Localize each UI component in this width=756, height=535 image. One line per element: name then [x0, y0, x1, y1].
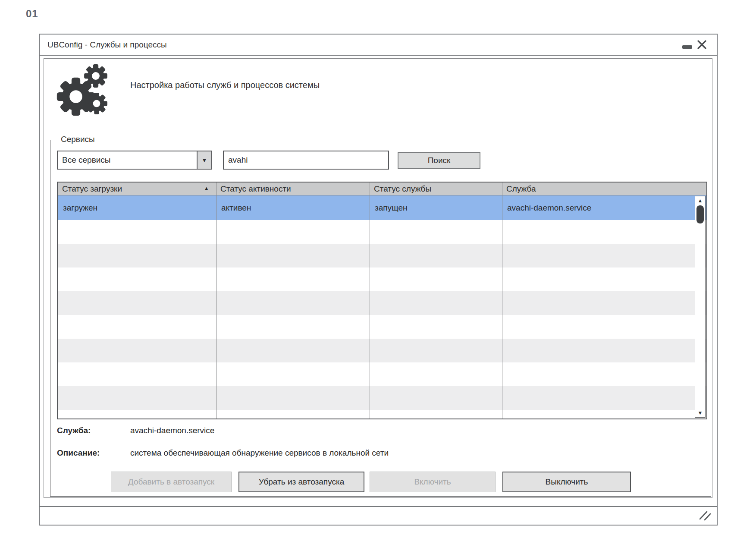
- page-number-label: 01: [26, 8, 38, 20]
- scroll-down-icon: ▼: [698, 410, 703, 416]
- empty-table-row: [58, 362, 706, 386]
- column-header-active-status[interactable]: Статус активности: [216, 183, 370, 195]
- scroll-up-icon: ▲: [698, 198, 703, 204]
- resize-grip-icon[interactable]: [699, 510, 712, 521]
- column-header-load-status[interactable]: Статус загрузки ▲: [58, 183, 216, 195]
- minimize-icon: [682, 45, 692, 49]
- sort-ascending-icon: ▲: [204, 185, 209, 192]
- disable-service-button[interactable]: Выключить: [502, 472, 631, 492]
- cell-service-status: запущен: [370, 203, 502, 213]
- column-header-service-status[interactable]: Статус службы: [370, 183, 502, 195]
- column-divider: [216, 183, 216, 419]
- minimize-button[interactable]: [680, 38, 694, 52]
- app-window: UBConfig - Службы и процессы: [39, 34, 718, 526]
- scroll-down-button[interactable]: ▼: [695, 410, 705, 415]
- content-panel: Настройка работы служб и процессов систе…: [44, 58, 712, 498]
- title-bar: UBConfig - Службы и процессы: [40, 35, 717, 56]
- remove-from-autostart-button[interactable]: Убрать из автозапуска: [238, 472, 364, 492]
- empty-table-row: [58, 339, 706, 362]
- search-input[interactable]: [223, 151, 389, 170]
- services-table: Статус загрузки ▲ Статус активности Стат…: [57, 182, 707, 419]
- empty-table-row: [58, 291, 706, 315]
- service-detail-label: Служба:: [57, 426, 91, 435]
- empty-table-row: [58, 220, 706, 244]
- services-groupbox-label: Сервисы: [57, 135, 98, 144]
- cell-active-status: активен: [216, 203, 370, 213]
- window-subtitle: Настройка работы служб и процессов систе…: [130, 80, 320, 90]
- scrollbar-thumb[interactable]: [696, 205, 704, 223]
- service-filter-select[interactable]: Все сервисы ▼: [57, 151, 212, 170]
- vertical-scrollbar[interactable]: ▲ ▼: [695, 196, 706, 418]
- gears-icon: [56, 64, 113, 117]
- empty-table-row: [58, 244, 706, 268]
- empty-table-row: [58, 315, 706, 339]
- scroll-up-button[interactable]: ▲: [695, 198, 705, 203]
- chevron-down-icon: ▼: [202, 157, 207, 164]
- services-groupbox: Сервисы Все сервисы ▼ Поиск Статус загру…: [50, 140, 711, 497]
- column-divider: [370, 183, 370, 419]
- status-bar: [40, 506, 717, 525]
- close-button[interactable]: [694, 38, 709, 52]
- column-divider: [502, 183, 502, 419]
- table-body: загружен активен запущен avachi-daemon.s…: [58, 195, 706, 419]
- description-detail-value: система обеспечивающая обнаружение серви…: [130, 448, 389, 458]
- empty-table-row: [58, 268, 706, 291]
- description-detail-label: Описание:: [57, 448, 100, 458]
- dropdown-arrow-button[interactable]: ▼: [197, 151, 211, 169]
- cell-service: avachi-daemon.service: [502, 203, 706, 213]
- window-title: UBConfig - Службы и процессы: [47, 40, 167, 50]
- column-header-service[interactable]: Служба: [502, 183, 706, 195]
- empty-table-row: [58, 386, 706, 410]
- service-detail-value: avachi-daemon.service: [130, 426, 214, 435]
- close-icon: [697, 40, 707, 50]
- enable-service-button[interactable]: Включить: [370, 472, 496, 492]
- table-header-row: Статус загрузки ▲ Статус активности Стат…: [58, 183, 706, 195]
- search-button[interactable]: Поиск: [398, 152, 480, 169]
- cell-load-status: загружен: [58, 203, 216, 213]
- add-to-autostart-button[interactable]: Добавить в автозапуск: [111, 472, 232, 492]
- table-row-selected[interactable]: загружен активен запущен avachi-daemon.s…: [58, 195, 706, 220]
- empty-table-row: [58, 410, 706, 419]
- service-filter-value: Все сервисы: [58, 151, 197, 169]
